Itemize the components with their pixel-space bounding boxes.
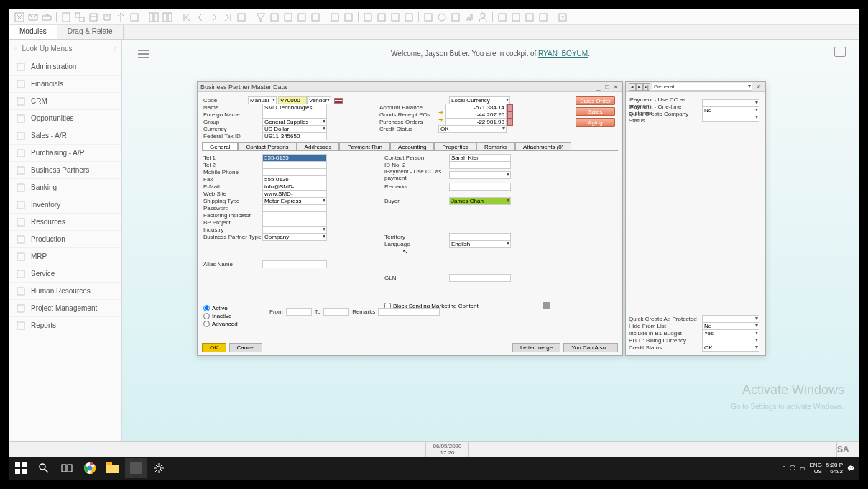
toolbar-icon[interactable]: [282, 12, 294, 23]
toolbar-icon[interactable]: [376, 12, 387, 23]
you-can-also-button[interactable]: You Can Also: [563, 343, 618, 352]
advanced-radio[interactable]: Advanced: [203, 321, 238, 327]
gear-icon[interactable]: [14, 45, 18, 53]
close-icon[interactable]: ✕: [612, 83, 619, 91]
toolbar-icon[interactable]: [537, 12, 549, 23]
toolbar-icon[interactable]: [450, 12, 461, 23]
nav-prev-icon[interactable]: [195, 12, 206, 23]
sidebar-item[interactable]: Sales - A/R: [9, 127, 121, 145]
toolbar-icon[interactable]: [329, 12, 341, 23]
language-dropdown[interactable]: English: [449, 240, 511, 248]
toolbar-icon[interactable]: [403, 12, 415, 23]
toolbar-icon[interactable]: [389, 12, 401, 23]
local-currency-dropdown[interactable]: Local Currency: [449, 96, 510, 104]
chart-icon[interactable]: [507, 111, 513, 119]
toolbar-icon[interactable]: [60, 12, 72, 23]
gray-box-icon[interactable]: [543, 302, 550, 309]
sidebar-item[interactable]: Production: [9, 231, 121, 248]
toolbar-icon[interactable]: [162, 12, 173, 23]
toolbar-icon[interactable]: [74, 12, 86, 23]
toolbar-icon[interactable]: [27, 12, 39, 23]
toolbar-icon[interactable]: [343, 12, 354, 23]
sidebar-item[interactable]: Service: [9, 265, 121, 283]
toolbar-icon[interactable]: [510, 12, 522, 23]
tab-modules[interactable]: Modules: [9, 25, 57, 39]
toolbar-icon[interactable]: [296, 12, 308, 23]
remarks2-input[interactable]: [378, 308, 440, 316]
to-input[interactable]: [323, 308, 349, 316]
credit-status-dropdown[interactable]: OK: [438, 125, 507, 133]
nav-prev-icon[interactable]: ◂: [629, 83, 636, 91]
toolbar-icon[interactable]: [88, 12, 99, 23]
sidebar-item[interactable]: Inventory: [9, 196, 121, 214]
quick-company-dropdown[interactable]: [702, 114, 760, 122]
tab-accounting[interactable]: Accounting: [390, 142, 435, 150]
nav-next-icon[interactable]: [208, 12, 220, 23]
toolbar-icon[interactable]: [115, 12, 126, 23]
toolbar-icon[interactable]: [423, 12, 434, 23]
chrome-icon[interactable]: [79, 458, 101, 478]
cockpit-user-link[interactable]: RYAN_BOYUM: [538, 50, 588, 58]
sidebar-item[interactable]: Banking: [9, 179, 121, 196]
tab-drag-relate[interactable]: Drag & Relate: [57, 25, 124, 39]
buyer-dropdown[interactable]: James Chan: [449, 197, 511, 205]
side-panel-dropdown[interactable]: General: [652, 83, 752, 91]
search-input[interactable]: [22, 45, 114, 52]
folder-icon[interactable]: [834, 47, 846, 57]
tray-cast-icon[interactable]: ▭: [800, 465, 805, 472]
explorer-icon[interactable]: [102, 458, 124, 478]
nav-end-icon[interactable]: ▸|: [643, 83, 650, 91]
toolbar-icon[interactable]: [463, 12, 475, 23]
remarks-input[interactable]: [449, 183, 511, 191]
sidebar-item[interactable]: Resources: [9, 214, 121, 231]
toolbar-icon[interactable]: [497, 12, 508, 23]
tray-display-icon[interactable]: 🖵: [790, 465, 795, 472]
toolbar-icon[interactable]: [436, 12, 448, 23]
from-input[interactable]: [286, 308, 312, 316]
sidebar-item[interactable]: Opportunities: [9, 110, 121, 127]
ok-button[interactable]: OK: [202, 343, 226, 352]
toolbar-icon[interactable]: [310, 12, 321, 23]
letter-merge-button[interactable]: Letter merge: [512, 343, 560, 352]
arrow-link-icon[interactable]: [438, 119, 445, 126]
chart-icon[interactable]: [507, 119, 513, 126]
toolbar-icon[interactable]: [14, 12, 25, 23]
tray-chevron-icon[interactable]: ˄: [782, 465, 785, 472]
toolbar-icon[interactable]: [101, 12, 113, 23]
tab-contact-persons[interactable]: Contact Persons: [238, 142, 296, 150]
tray-notification-icon[interactable]: 💬: [847, 465, 854, 472]
search-icon[interactable]: [114, 45, 118, 53]
help-icon[interactable]: ?: [557, 12, 568, 23]
aging-button[interactable]: Aging: [576, 118, 615, 127]
task-view-button[interactable]: [56, 458, 78, 478]
filter-icon[interactable]: [255, 12, 267, 23]
sales-opp-button[interactable]: Sales Opportunity: [576, 107, 615, 116]
federal-tax-input[interactable]: US11-345650: [262, 132, 327, 140]
arrow-link-icon[interactable]: [438, 111, 445, 119]
arrow-link-icon[interactable]: [438, 104, 445, 111]
close-icon[interactable]: ✕: [755, 83, 762, 91]
user-icon[interactable]: [477, 12, 489, 23]
nav-last-icon[interactable]: [222, 12, 234, 23]
toolbar-icon[interactable]: [524, 12, 535, 23]
sidebar-item[interactable]: Financials: [9, 76, 121, 93]
active-radio[interactable]: Active: [203, 305, 228, 311]
sidebar-item[interactable]: Reports: [9, 317, 121, 334]
sidebar-item[interactable]: Human Resources: [9, 283, 121, 300]
toolbar-icon[interactable]: [236, 12, 247, 23]
chart-icon[interactable]: [507, 104, 513, 111]
inactive-radio[interactable]: Inactive: [203, 313, 232, 319]
sidebar-item[interactable]: Administration: [9, 58, 121, 76]
sidebar-item[interactable]: MRP: [9, 248, 121, 265]
cancel-button[interactable]: Cancel: [229, 343, 263, 352]
tab-remarks[interactable]: Remarks: [476, 142, 515, 150]
nav-next-icon[interactable]: ▸: [636, 83, 643, 91]
bp-type-dropdown[interactable]: Company: [262, 233, 327, 241]
gln-input[interactable]: [449, 274, 511, 282]
nav-first-icon[interactable]: [181, 12, 193, 23]
toolbar-icon[interactable]: [129, 12, 140, 23]
minimize-icon[interactable]: _: [595, 83, 602, 91]
settings-icon[interactable]: [148, 458, 170, 478]
start-button[interactable]: [10, 458, 32, 478]
sidebar-item[interactable]: Purchasing - A/P: [9, 145, 121, 162]
